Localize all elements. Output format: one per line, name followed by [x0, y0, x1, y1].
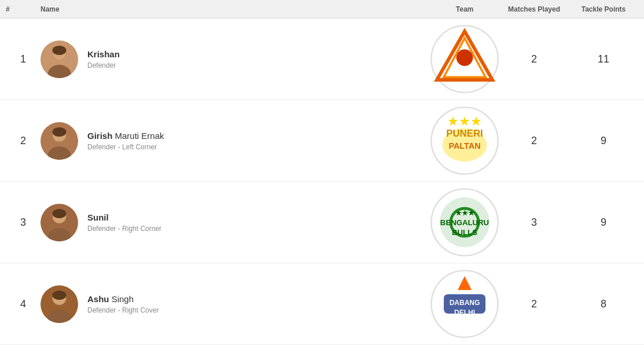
player-details: Girish Maruti Ernak Defender - Left Corn… [87, 130, 164, 152]
tackle-points: 11 [569, 53, 638, 65]
player-role: Defender [87, 61, 120, 69]
player-info: Sunil Defender - Right Corner [41, 204, 430, 241]
svg-text:★: ★ [461, 54, 469, 64]
svg-text:BENGALURU: BENGALURU [440, 218, 489, 227]
svg-point-4 [53, 46, 67, 55]
svg-text:BULLS: BULLS [452, 228, 477, 237]
player-role: Defender - Left Corner [87, 143, 164, 151]
team-logo: ★★★ BENGALURU BULLS [430, 188, 499, 257]
table-row: 2 Girish Maruti Ernak Defender - Left Co… [0, 100, 644, 182]
player-name: Krishan [87, 49, 120, 60]
player-role: Defender - Right Cover [87, 306, 159, 314]
player-rank: 2 [6, 135, 41, 147]
player-info: Ashu Singh Defender - Right Cover [41, 285, 430, 323]
player-avatar [41, 285, 78, 323]
player-avatar [41, 204, 78, 241]
table-row: 1 Krishan Defender ★ 2 11 [0, 19, 644, 100]
player-name: Sunil [87, 212, 161, 223]
svg-text:DABANG: DABANG [450, 299, 480, 307]
header-matches: Matches Played [499, 5, 569, 13]
tackle-points: 9 [569, 135, 638, 147]
matches-played: 2 [499, 53, 569, 65]
player-info: Girish Maruti Ernak Defender - Left Corn… [41, 122, 430, 160]
tackle-points: 8 [569, 298, 638, 310]
leaderboard-table: # Name Team Matches Played Tackle Points… [0, 0, 644, 345]
player-name: Girish Maruti Ernak [87, 130, 164, 142]
matches-played: 2 [499, 135, 569, 147]
player-avatar [41, 122, 78, 160]
header-name: Name [41, 5, 430, 13]
team-logo: PUNERI PALTAN ★★★ [430, 106, 499, 175]
svg-point-14 [53, 127, 67, 137]
tackle-points: 9 [569, 216, 638, 229]
svg-point-24 [53, 209, 67, 218]
player-details: Ashu Singh Defender - Right Cover [87, 293, 159, 315]
table-header: # Name Team Matches Played Tackle Points [0, 0, 644, 19]
svg-text:PUNERI: PUNERI [446, 128, 483, 139]
header-tackle: Tackle Points [569, 5, 638, 13]
svg-point-35 [53, 291, 67, 300]
matches-played: 2 [499, 298, 569, 310]
player-rank: 4 [6, 298, 41, 310]
header-rank: # [6, 5, 41, 13]
matches-played: 3 [499, 216, 569, 229]
player-role: Defender - Right Corner [87, 225, 161, 233]
player-details: Sunil Defender - Right Corner [87, 212, 161, 233]
table-body: 1 Krishan Defender ★ 2 11 2 [0, 19, 644, 345]
team-logo: DABANG DELHI [430, 269, 499, 339]
player-rank: 3 [6, 216, 41, 229]
svg-text:PALTAN: PALTAN [448, 141, 480, 151]
player-info: Krishan Defender [41, 41, 430, 78]
player-details: Krishan Defender [87, 49, 120, 70]
player-rank: 1 [6, 53, 41, 65]
player-name: Ashu Singh [87, 293, 159, 305]
header-team: Team [430, 5, 499, 13]
team-logo: ★ [430, 24, 499, 94]
player-avatar [41, 41, 78, 78]
table-row: 4 Ashu Singh Defender - Right Cover DABA… [0, 263, 644, 345]
svg-text:★★★: ★★★ [455, 209, 474, 217]
svg-text:DELHI: DELHI [454, 309, 475, 317]
svg-text:★★★: ★★★ [447, 114, 482, 129]
table-row: 3 Sunil Defender - Right Corner ★★★ BENG… [0, 182, 644, 263]
